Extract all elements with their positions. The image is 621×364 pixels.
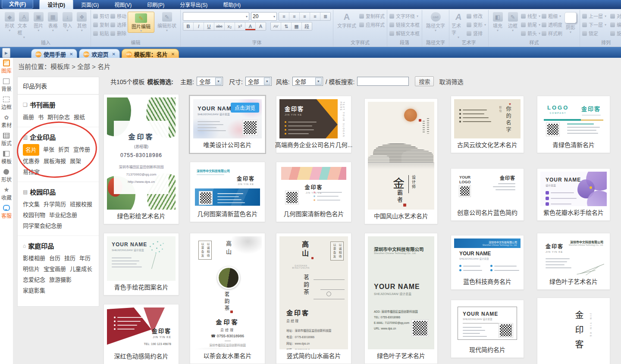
rotate-button[interactable]: 旋转▾	[610, 30, 621, 37]
wordart-transform-button[interactable]: 变形▾	[467, 21, 486, 28]
insert-table-button[interactable]: ▦表格▾	[47, 11, 60, 31]
wordart-modify-button[interactable]: 修改	[467, 13, 486, 19]
copy-button[interactable]: 复制	[93, 21, 109, 28]
link-baozhi[interactable]: 报纸	[74, 112, 85, 122]
search-input[interactable]	[357, 77, 409, 86]
link-lianai[interactable]: 恋爱纪念	[23, 274, 45, 285]
size-select[interactable]: 全部▼	[245, 77, 272, 86]
link-danzhang[interactable]: 单张	[43, 144, 54, 156]
theme-select[interactable]: 全部▼	[197, 77, 223, 86]
line-type-button[interactable]: 线型▾	[521, 13, 540, 19]
superscript-button[interactable]: x²	[235, 22, 245, 30]
link-qikan[interactable]: 期刊杂志	[47, 112, 70, 122]
subscript-button[interactable]: x₂	[225, 22, 235, 30]
template-card-mountain-tea[interactable]: 高山 GAOSHAN MINGYUNCHA 茗韵茶 以茶会友以诚相待	[276, 233, 351, 364]
insert-import-button[interactable]: ↓导入▾	[61, 11, 74, 31]
link-nianli[interactable]: 年历	[79, 253, 91, 264]
link-jiating[interactable]: 家庭影集	[23, 285, 45, 296]
delete-button[interactable]: 删除	[110, 30, 126, 37]
link-mingpian-active[interactable]: 名片	[23, 144, 39, 156]
template-card-modern-min[interactable]: YOUR NAME SHEJIZONGJIAN/ 设计总监 现代简约名片	[451, 300, 524, 358]
link-xuanchuance[interactable]: 宣传册	[73, 144, 90, 156]
link-xiaoyuan[interactable]: 校园刊物	[23, 210, 45, 220]
template-card-dark-red[interactable]: 金印客 JIN YIN KE TEL: 190 123 45678 深红色动感简…	[104, 304, 179, 364]
link-huace[interactable]: 画册	[23, 112, 34, 122]
close-tab-icon[interactable]: ✕	[69, 52, 73, 56]
link-shu[interactable]: 书	[38, 112, 44, 122]
font-size-select[interactable]: 20▾	[251, 12, 277, 21]
template-card-green-leaf-tall[interactable]: 深圳市中文科技有限公司 Shenzhen Chinese Technology …	[364, 233, 438, 364]
text-wrap-button[interactable]: 文字环绕▾	[389, 13, 420, 19]
font-color-button[interactable]: A	[245, 22, 256, 30]
insert-textbox-button[interactable]: A文本框▾	[18, 11, 31, 38]
insert-other-button[interactable]: ❖其他▾	[75, 11, 89, 31]
sidebar-collapse-button[interactable]: ▶	[2, 48, 10, 58]
fill-button[interactable]: ◧填充▾	[491, 11, 505, 31]
send-backward-button[interactable]: 下一层▾	[582, 21, 606, 28]
link-guali[interactable]: 挂历	[64, 253, 75, 264]
arrow-head-button[interactable]: 箭头▾	[521, 30, 540, 37]
unlink-textbox-button[interactable]: 解链文本框	[389, 30, 420, 37]
paste-button[interactable]: 粘贴	[93, 30, 109, 37]
rail-item-gallery[interactable]: 图库	[1, 60, 12, 74]
link-yilabao[interactable]: 易拉宝	[23, 166, 40, 177]
group-button[interactable]: 编组▾	[610, 21, 621, 28]
rail-item-background[interactable]: 背景	[1, 78, 12, 92]
menu-design[interactable]: 设计(D)	[39, 0, 73, 9]
template-card-tea-ink[interactable]: 以茶会友以诚相待 高山 茗韵茶 金印客 总经理 ☎ 0755-83018986 …	[190, 233, 265, 364]
link-zhanjia[interactable]: 展架	[70, 156, 81, 166]
link-yinglou[interactable]: 影楼相册	[23, 253, 45, 264]
link-zheye[interactable]: 折页	[58, 144, 69, 156]
line-spacing-button[interactable]: ⇅	[281, 22, 292, 30]
text-style-button[interactable]: A文字样式	[336, 11, 358, 29]
insert-image-button[interactable]: ▣图片▾	[32, 11, 45, 31]
click-browse-badge[interactable]: 点击浏览	[231, 103, 259, 113]
select-button[interactable]: 选择	[110, 21, 126, 28]
lock-button[interactable]: 锁定	[582, 30, 606, 37]
template-card-purple-flower[interactable]: YOUR NAME 设计总监 紫色花瓣水彩手绘名片	[537, 168, 610, 221]
link-banbao[interactable]: 班报校报	[70, 199, 92, 210]
link-shengxue[interactable]: 升学简历	[44, 199, 66, 210]
template-card-blue-geo[interactable]: 深圳市中文科技有限公司 金印客 JIN YIN KE 几何图案清新蓝色名片	[190, 162, 265, 222]
close-tab-icon[interactable]: ✕	[112, 52, 115, 56]
char-highlight-button[interactable]: A	[256, 22, 266, 30]
strikethrough-button[interactable]: abc	[214, 22, 225, 30]
template-card-china-mountain[interactable]: 金 设计师 霸者 中国风山水艺术名片	[364, 98, 438, 224]
cancel-filter-button[interactable]: 取消筛选	[439, 77, 463, 86]
shadow-button[interactable]: 阴影▾	[564, 11, 577, 33]
rail-item-support[interactable]: 客服	[1, 205, 12, 219]
align-justify-button[interactable]: ≡	[310, 13, 320, 20]
insert-shape-button[interactable]: ◆形状▾	[3, 11, 16, 31]
link-taili[interactable]: 台历	[49, 253, 60, 264]
bring-forward-button[interactable]: 上一层▾	[582, 13, 606, 19]
menu-print[interactable]: 印刷(P)	[139, 0, 172, 9]
rail-item-shape[interactable]: 形状	[1, 169, 12, 183]
template-card-aesthetic[interactable]: YOUR NAME SHEJIZONGJIAN/ 设计总监 点击浏览 唯美设计公…	[190, 96, 265, 153]
style-brush-button[interactable]: 样式刷	[542, 30, 562, 37]
link-biye[interactable]: 毕业纪念册	[49, 210, 77, 220]
bold-button[interactable]: B	[183, 22, 194, 30]
link-zuowenji[interactable]: 作文集	[23, 199, 40, 210]
link-baobao[interactable]: 宝宝画册	[44, 264, 66, 274]
align-objects-button[interactable]: 对齐▾	[610, 13, 621, 19]
apply-style-button[interactable]: 应用样式	[359, 21, 385, 28]
char-spacing-button[interactable]: AV	[271, 22, 281, 30]
link-zhanban[interactable]: 展板海报	[44, 156, 66, 166]
rail-item-border[interactable]: 边框	[1, 96, 12, 110]
menu-help[interactable]: 帮助(H)	[215, 0, 248, 9]
copy-style-button[interactable]: 复制样式	[359, 13, 385, 19]
template-card-teal-fresh[interactable]: LOGO COMPANY 金印客	[537, 96, 610, 153]
link-juhui[interactable]: 同学聚会纪念册	[23, 220, 62, 231]
menu-page[interactable]: 页面(G)	[73, 0, 107, 9]
template-card-blue-wave[interactable]: YOURLOGO 金印客 创意公司名片蓝色简约	[451, 168, 524, 221]
menu-file[interactable]: 文件(F)	[2, 0, 33, 9]
border-button[interactable]: ✎边框▾	[506, 11, 520, 31]
template-card-blue-tech[interactable]: 深圳市中文科技有限公司 Shenzhen Chinese Technology …	[451, 235, 524, 290]
paragraph-mark-button[interactable]: 段	[302, 22, 312, 30]
align-right-button[interactable]: ≡	[300, 13, 310, 20]
rail-item-material[interactable]: ✿素材	[1, 114, 12, 129]
italic-button[interactable]: I	[194, 22, 204, 30]
arrow-tail-button[interactable]: 箭尾▾	[521, 21, 540, 28]
template-card-ancient[interactable]: ♥ 你的名字 职位 古风云纹文化艺术名片	[451, 96, 524, 153]
close-tab-icon[interactable]: ✕	[171, 52, 175, 56]
